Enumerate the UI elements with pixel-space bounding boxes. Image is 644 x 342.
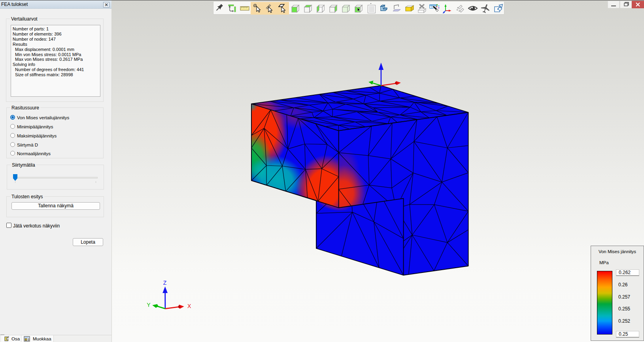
svg-text:Z: Z (163, 280, 167, 286)
svg-text:X: X (187, 303, 191, 309)
svg-text:Y: Y (147, 302, 151, 308)
